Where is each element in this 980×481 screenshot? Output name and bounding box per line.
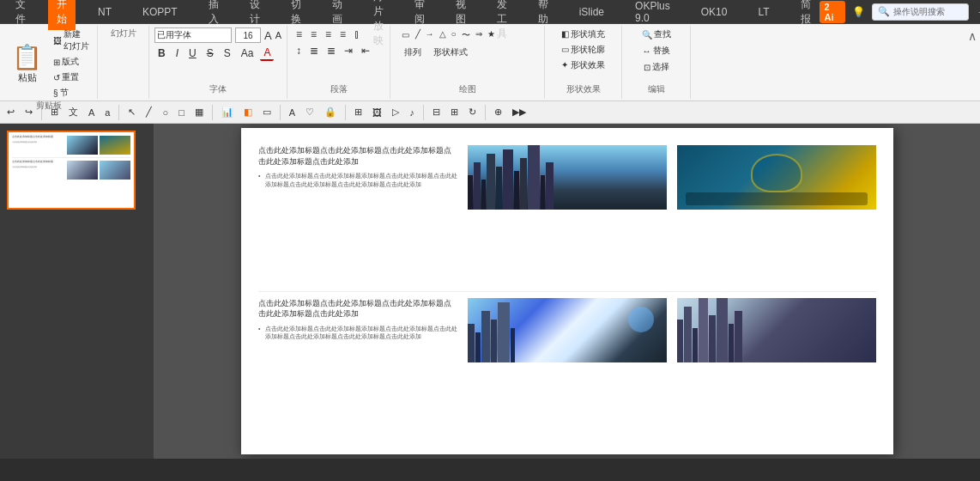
line-spacing-btn[interactable]: ↕ — [293, 44, 305, 58]
group-btn[interactable]: ⊞ — [447, 106, 462, 119]
grid-btn[interactable]: ▦ — [191, 106, 207, 119]
font-size-input[interactable] — [235, 27, 261, 43]
align-center-btn[interactable]: ≡ — [307, 27, 320, 41]
search-icon: 🔍 — [878, 6, 890, 17]
sep3 — [212, 105, 213, 120]
justify-btn[interactable]: ≡ — [336, 27, 349, 41]
circle-shape[interactable]: ○ — [450, 27, 458, 43]
underline-button[interactable]: U — [185, 46, 200, 60]
italic-button[interactable]: I — [172, 46, 182, 60]
rotate-btn[interactable]: ↻ — [465, 106, 480, 119]
fill-color-btn[interactable]: ◧ — [240, 106, 256, 119]
clipboard-label: 剪贴板 — [5, 100, 92, 113]
lock-btn[interactable]: 🔒 — [321, 106, 340, 119]
drawing-label: 绘图 — [396, 83, 539, 97]
align-objects-btn[interactable]: ⊟ — [429, 106, 444, 119]
slide-image-3 — [468, 298, 667, 362]
circle-draw-btn[interactable]: ○ — [159, 107, 172, 119]
ribbon-group-shape-effects: ◧ 形状填充 ▭ 形状轮廓 ✦ 形状效果 形状效果 — [545, 26, 622, 99]
font-a-btn[interactable]: a — [101, 107, 113, 119]
indent-decrease-btn[interactable]: ⇤ — [358, 44, 373, 58]
lightbulb-icon: 💡 — [852, 6, 865, 18]
layout-button[interactable]: ⊞ 版式 — [51, 55, 92, 69]
border-color-btn[interactable]: ▭ — [259, 106, 275, 119]
menu-koppt[interactable]: KOPPT — [134, 3, 186, 21]
slide-section-1: 点击此处添加标题点击此处添加标题点击此处添加标题点击此处添加标题点击此处添加 点… — [258, 145, 876, 285]
more-tools-btn[interactable]: ▶▶ — [509, 106, 529, 119]
menu-lt[interactable]: LT — [749, 3, 777, 21]
align-left-btn[interactable]: ≡ — [293, 27, 305, 41]
reset-icon: ↺ — [53, 73, 60, 82]
chart-btn[interactable]: 📊 — [218, 106, 237, 119]
line-shape[interactable]: ╱ — [414, 27, 422, 43]
ribbon-group-paragraph: ≡ ≡ ≡ ≡ ⫿ ↕ ≣ ≣ ⇥ ⇤ 段落 — [287, 26, 390, 99]
video-btn[interactable]: ▷ — [389, 106, 402, 119]
slide-panel: 1 点击此处添加标题点击此处添加标题 • 点击此处添加标题点击此处添加 — [0, 124, 154, 459]
shape-outline-btn[interactable]: ▭ 形状轮廓 — [559, 43, 608, 57]
arrow-cursor-btn[interactable]: ↖ — [124, 106, 139, 119]
ribbon-group-editing: 🔍 查找 ↔ 替换 ⊡ 选择 编辑 — [622, 26, 691, 99]
arrow-shape[interactable]: → — [424, 27, 436, 43]
ribbon-collapse[interactable]: ∧ — [965, 26, 980, 99]
font-color-button[interactable]: A — [260, 46, 274, 61]
ribbon-toolbar: 📋 粘贴 🖼 新建幻灯片 ⊞ 版式 ↺ 重置 § 节 — [0, 24, 980, 101]
main-area: 1 点击此处添加标题点击此处添加标题 • 点击此处添加标题点击此处添加 — [0, 124, 980, 459]
search-box[interactable]: 🔍 操作说明搜索 — [872, 3, 969, 21]
triangle-shape[interactable]: △ — [438, 27, 448, 43]
layout-label: 版式 — [62, 56, 79, 68]
find-button[interactable]: 🔍 查找 — [639, 27, 674, 41]
font-size-decrease-btn[interactable]: A — [275, 30, 281, 40]
menu-ok10[interactable]: OK10 — [693, 3, 736, 21]
zoom-btn[interactable]: ⊕ — [491, 106, 505, 119]
new-slide-button[interactable]: 🖼 新建幻灯片 — [51, 27, 92, 53]
ai-badge[interactable]: 2 Ai — [820, 1, 845, 23]
number-list-btn[interactable]: ≣ — [324, 44, 339, 58]
heart-btn[interactable]: ♡ — [302, 106, 318, 119]
slide-section-1-bullet: 点击此处添加标题点击此处添加标题添加标题点击此处添加标题点击此处添加标题点击此处… — [258, 172, 457, 189]
strikethrough-button[interactable]: S — [203, 46, 217, 60]
slide-thumb-inner[interactable]: 点击此处添加标题点击此处添加标题 • 点击此处添加标题点击此处添加 点击此处添加… — [7, 131, 136, 210]
section-button[interactable]: § 节 — [51, 86, 92, 100]
square-draw-btn[interactable]: □ — [175, 107, 188, 119]
select-button[interactable]: ⊡ 选择 — [641, 60, 672, 74]
audio-btn[interactable]: ♪ — [406, 107, 418, 119]
image-btn[interactable]: 🖼 — [369, 107, 385, 119]
new-slide-icon: 🖼 — [53, 36, 62, 46]
column-btn[interactable]: ⫿ — [351, 27, 363, 41]
char-spacing-button[interactable]: Aa — [238, 46, 257, 60]
editing-content: 🔍 查找 ↔ 替换 ⊡ 选择 — [639, 27, 674, 83]
menu-brief[interactable]: 简报 — [792, 0, 820, 30]
drawing-content: ▭ ╱ → △ ○ 〜 ⇒ ★ 排列 形状样式 — [399, 27, 536, 83]
font-size-increase-btn[interactable]: A — [264, 29, 272, 42]
collapse-icon[interactable]: ∧ — [968, 29, 977, 43]
arrange-button[interactable]: 排列 — [399, 45, 426, 60]
line-draw-btn[interactable]: ╱ — [142, 106, 155, 119]
indent-increase-btn[interactable]: ⇥ — [341, 44, 356, 58]
align-right-btn[interactable]: ≡ — [322, 27, 335, 41]
double-arrow[interactable]: ⇒ — [474, 27, 484, 43]
table-insert-btn[interactable]: ⊞ — [351, 106, 366, 119]
text-tool-btn[interactable]: A — [286, 107, 299, 119]
ribbon-group-font: A A B I U S S Aa A 字体 — [149, 26, 287, 99]
rect-shape[interactable]: ▭ — [399, 27, 412, 43]
menu-nt[interactable]: NT — [89, 3, 120, 21]
paste-button[interactable]: 📋 粘贴 — [5, 40, 49, 88]
layout-icon: ⊞ — [53, 58, 60, 67]
replace-button[interactable]: ↔ 替换 — [640, 44, 673, 58]
shape-style-button[interactable]: 形状样式 — [430, 45, 471, 60]
font-name-input[interactable] — [154, 27, 232, 43]
menu-islide[interactable]: iSlide — [571, 3, 613, 21]
ribbon-group-drawing: ▭ ╱ → △ ○ 〜 ⇒ ★ 排列 形状样式 绘图 — [390, 26, 545, 99]
shape-fill-btn[interactable]: ◧ 形状填充 — [559, 27, 608, 41]
window-minimize-btn[interactable]: ─ — [976, 6, 980, 18]
bullet-list-btn[interactable]: ≣ — [306, 44, 322, 58]
reset-button[interactable]: ↺ 重置 — [51, 70, 92, 84]
shadow-text-button[interactable]: S — [221, 46, 234, 60]
shape-effect-btn[interactable]: ✦ 形状效果 — [559, 58, 608, 72]
slide-thumbnail-1[interactable]: 1 点击此处添加标题点击此处添加标题 • 点击此处添加标题点击此处添加 — [7, 131, 147, 210]
star-shape[interactable]: ★ — [486, 27, 497, 43]
sep4 — [280, 105, 281, 120]
menu-okplus[interactable]: OKPlus 9.0 — [626, 0, 679, 27]
bold-button[interactable]: B — [154, 46, 169, 60]
wave-shape[interactable]: 〜 — [460, 27, 472, 43]
